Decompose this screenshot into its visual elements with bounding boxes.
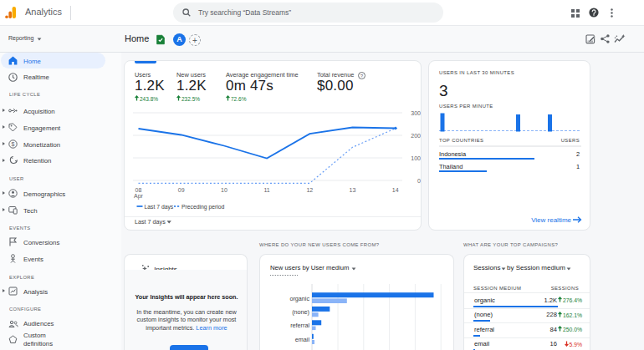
svg-text:11: 11: [263, 187, 269, 193]
svg-text:Apr: Apr: [134, 193, 144, 200]
svg-text:13: 13: [350, 187, 356, 193]
svg-text:300: 300: [411, 110, 421, 116]
svg-text:$: $: [12, 141, 15, 147]
svg-text:organic: organic: [289, 295, 309, 302]
svg-text:100: 100: [411, 155, 421, 161]
svg-text:email: email: [295, 336, 310, 343]
svg-text:14: 14: [392, 187, 399, 193]
svg-text:Last 7 days: Last 7 days: [145, 204, 174, 211]
svg-text:referral: referral: [290, 322, 309, 329]
svg-text:10: 10: [221, 187, 227, 193]
svg-text:Last 7 days: Last 7 days: [135, 218, 166, 226]
svg-text:0: 0: [417, 178, 421, 184]
svg-text:09: 09: [178, 187, 185, 193]
svg-text:200: 200: [411, 133, 421, 139]
svg-text:(none): (none): [292, 308, 309, 316]
svg-text:08: 08: [135, 187, 142, 193]
svg-text:Preceding period: Preceding period: [181, 204, 225, 211]
svg-text:12: 12: [306, 187, 313, 193]
